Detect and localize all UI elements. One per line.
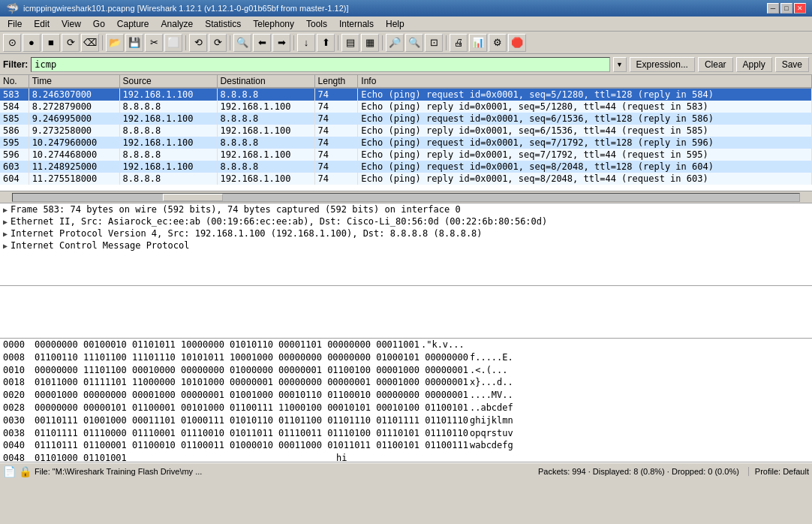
menu-item-menu-analyze[interactable]: Analyze [155,17,200,31]
toolbar-btn-24[interactable]: 🔎 [386,34,404,52]
cell-source: 8.8.8.8 [119,101,217,113]
hex-ascii: ..abcdef [470,402,513,414]
column-header-info[interactable]: Info [358,75,812,88]
filter-dropdown[interactable]: ▼ [613,57,627,72]
hex-row: 004001110111 01100001 01100010 01100011 … [0,439,812,452]
toolbar-btn-31[interactable]: 🛑 [508,34,526,52]
toolbar-btn-28[interactable]: 🖨 [450,34,468,52]
menu-item-menu-view[interactable]: View [56,17,87,31]
hex-row: 000801100110 11101100 11101110 10101011 … [0,351,812,364]
toolbar-btn-1[interactable]: ● [23,34,41,52]
save-button[interactable]: Save [775,57,809,72]
toolbar-btn-18[interactable]: ↓ [297,34,315,52]
horizontal-scrollbar[interactable] [0,191,812,203]
toolbar-btn-6[interactable]: 📂 [106,34,124,52]
cell-destination: 192.168.1.100 [217,149,314,161]
cell-info: Echo (ping) request id=0x0001, seq=6/153… [358,113,812,125]
toolbar-btn-19[interactable]: ⬆ [317,34,335,52]
minimize-button[interactable]: ─ [767,3,779,14]
cell-source: 192.168.1.100 [119,137,217,149]
toolbar-btn-29[interactable]: 📊 [469,34,487,52]
detail-row[interactable]: ▶Internet Protocol Version 4, Src: 192.1… [0,227,812,239]
table-row[interactable]: 59510.247960000192.168.1.1008.8.8.874Ech… [0,137,812,149]
menu-item-menu-tools[interactable]: Tools [300,17,333,31]
toolbar-btn-11[interactable]: ⟲ [189,34,207,52]
packet-details[interactable]: ▶Frame 583: 74 bytes on wire (592 bits),… [0,203,812,286]
cell-info: Echo (ping) request id=0x0001, seq=8/204… [358,161,812,173]
menu-item-menu-capture[interactable]: Capture [111,17,155,31]
table-row[interactable]: 59610.2744680008.8.8.8192.168.1.10074Ech… [0,149,812,161]
filter-input[interactable] [31,57,609,72]
scroll-thumb[interactable] [163,194,223,201]
detail-row[interactable]: ▶Frame 583: 74 bytes on wire (592 bits),… [0,203,812,215]
toolbar-btn-25[interactable]: 🔍 [405,34,423,52]
column-header-source[interactable]: Source [119,75,217,88]
toolbar-btn-15[interactable]: ⬅ [253,34,271,52]
menu-item-menu-internals[interactable]: Internals [333,17,380,31]
cell-destination: 8.8.8.8 [217,161,314,173]
column-header-destination[interactable]: Destination [217,75,314,88]
menu-item-menu-go[interactable]: Go [87,17,111,31]
cell-destination: 8.8.8.8 [217,88,314,101]
expand-icon[interactable]: ▶ [3,230,8,238]
clear-button[interactable]: Clear [698,57,733,72]
packet-list[interactable]: No.TimeSourceDestinationLengthInfo 5838.… [0,75,812,191]
detail-row[interactable]: ▶Ethernet II, Src: Asiarock_ec:ee:ab (00… [0,215,812,227]
toolbar-btn-12[interactable]: ⟳ [209,34,227,52]
detail-row[interactable]: ▶Internet Control Message Protocol [0,239,812,251]
cell-destination: 8.8.8.8 [217,137,314,149]
hex-dump[interactable]: 000000000000 00100010 01101011 10000000 … [0,339,812,462]
toolbar-btn-4[interactable]: ⌫ [81,34,99,52]
menu-item-menu-statistics[interactable]: Statistics [199,17,247,31]
cell-length: 74 [314,113,358,125]
toolbar-btn-0[interactable]: ⊙ [3,34,21,52]
column-header-length[interactable]: Length [314,75,358,88]
toolbar-btn-9[interactable]: ⬜ [164,34,182,52]
toolbar-btn-22[interactable]: ▦ [361,34,379,52]
maximize-button[interactable]: □ [780,3,792,14]
toolbar-btn-21[interactable]: ▤ [341,34,359,52]
expand-icon[interactable]: ▶ [3,206,8,214]
toolbar-btn-7[interactable]: 💾 [125,34,143,52]
toolbar-btn-30[interactable]: ⚙ [489,34,507,52]
toolbar-btn-14[interactable]: 🔍 [233,34,251,52]
hex-bytes: 00110111 01001000 00011101 01000111 0101… [35,414,468,427]
toolbar-btn-2[interactable]: ■ [42,34,60,52]
expand-icon[interactable]: ▶ [3,218,8,226]
window-title: icmppingwireshark101.pcapng [Wireshark 1… [23,4,349,13]
toolbar-separator [102,35,103,50]
table-row[interactable]: 5848.2728790008.8.8.8192.168.1.10074Echo… [0,101,812,113]
menu-item-menu-help[interactable]: Help [380,17,411,31]
scroll-track[interactable] [12,193,800,202]
table-row[interactable]: 5838.246307000192.168.1.1008.8.8.874Echo… [0,88,812,101]
expand-icon[interactable]: ▶ [3,242,8,250]
cell-length: 74 [314,173,358,185]
table-row[interactable]: 60311.248925000192.168.1.1008.8.8.874Ech… [0,161,812,173]
toolbar-btn-3[interactable]: ⟳ [62,34,80,52]
cell-time: 8.246307000 [29,88,119,101]
hex-bytes: 00001000 00000000 00001000 00000001 0100… [35,389,468,402]
menu-item-menu-file[interactable]: File [2,17,28,31]
expression-button[interactable]: Expression... [630,57,695,72]
cell-destination: 192.168.1.100 [217,125,314,137]
column-header-time[interactable]: Time [29,75,119,88]
table-row[interactable]: 60411.2755180008.8.8.8192.168.1.10074Ech… [0,173,812,185]
cell-length: 74 [314,101,358,113]
menu-item-menu-edit[interactable]: Edit [28,17,56,31]
cell-info: Echo (ping) reply id=0x0001, seq=7/1792,… [358,149,812,161]
table-row[interactable]: 5859.246995000192.168.1.1008.8.8.874Echo… [0,113,812,125]
cell-no: 584 [0,101,29,113]
toolbar-btn-16[interactable]: ➡ [272,34,290,52]
hex-row: 001000000000 11101100 00010000 00000000 … [0,364,812,377]
hex-offset: 0040 [3,439,33,452]
toolbar-btn-26[interactable]: ⊡ [425,34,443,52]
cell-length: 74 [314,137,358,149]
table-row[interactable]: 5869.2732580008.8.8.8192.168.1.10074Echo… [0,125,812,137]
column-header-no[interactable]: No. [0,75,29,88]
filterbar: Filter: ▼ Expression... Clear Apply Save [0,54,812,75]
toolbar-btn-8[interactable]: ✂ [145,34,163,52]
apply-button[interactable]: Apply [736,57,772,72]
hex-row: 001801011000 01111101 11000000 10101000 … [0,376,812,389]
menu-item-menu-telephony[interactable]: Telephony [247,17,300,31]
close-button[interactable]: ✕ [794,3,806,14]
